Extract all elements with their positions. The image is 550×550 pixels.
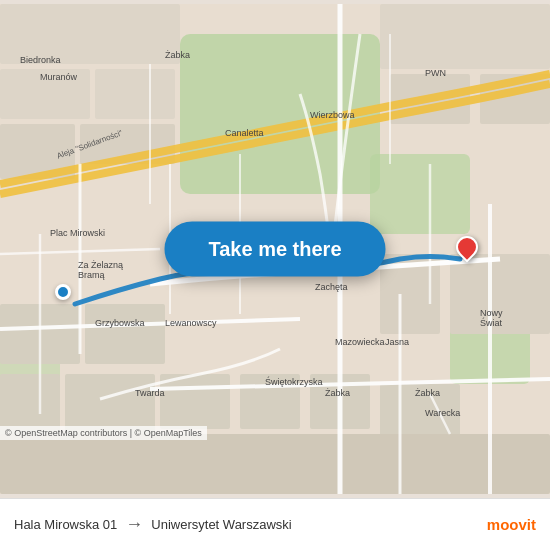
cta-button-container: Take me there <box>164 222 385 277</box>
from-station-label: Hala Mirowska 01 <box>14 517 117 532</box>
map-area: Biedronka Muranów Aleja "Solidarności" Ż… <box>0 0 550 498</box>
svg-rect-6 <box>0 69 90 119</box>
app-container: Biedronka Muranów Aleja "Solidarności" Ż… <box>0 0 550 550</box>
svg-rect-7 <box>95 69 175 119</box>
arrow-icon: → <box>125 514 143 535</box>
svg-rect-16 <box>85 304 165 364</box>
to-station-label: Uniwersytet Warszawski <box>151 517 291 532</box>
origin-pin <box>55 284 71 300</box>
svg-rect-23 <box>0 434 550 494</box>
svg-rect-5 <box>0 4 180 64</box>
svg-rect-10 <box>380 4 550 69</box>
svg-rect-19 <box>160 374 230 429</box>
svg-rect-18 <box>65 374 155 434</box>
info-bar: Hala Mirowska 01 → Uniwersytet Warszawsk… <box>0 498 550 550</box>
moovit-logo: moovit <box>487 516 536 533</box>
svg-rect-20 <box>240 374 300 429</box>
moovit-brand-text: moovit <box>487 516 536 533</box>
destination-pin <box>456 236 478 258</box>
svg-rect-14 <box>450 254 550 334</box>
map-attribution: © OpenStreetMap contributors | © OpenMap… <box>0 426 207 440</box>
take-me-there-button[interactable]: Take me there <box>164 222 385 277</box>
